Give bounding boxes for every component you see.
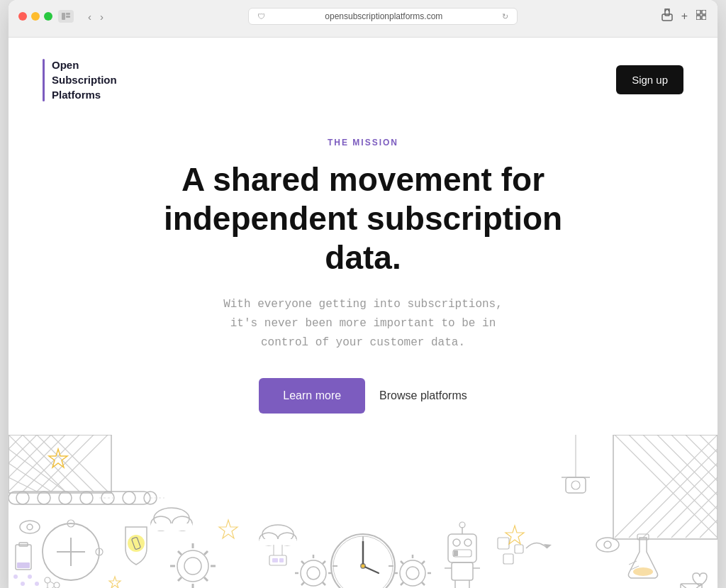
svg-rect-75 bbox=[151, 523, 192, 531]
signup-button[interactable]: Sign up bbox=[616, 65, 683, 94]
close-button[interactable] bbox=[18, 12, 27, 21]
svg-rect-0 bbox=[62, 13, 65, 20]
svg-rect-121 bbox=[259, 539, 296, 545]
fullscreen-button[interactable] bbox=[44, 12, 52, 21]
share-button[interactable] bbox=[660, 7, 674, 26]
svg-point-46 bbox=[21, 582, 25, 586]
svg-rect-6 bbox=[702, 10, 706, 14]
logo-bar-decoration bbox=[43, 59, 45, 101]
forward-button[interactable]: › bbox=[97, 9, 106, 24]
svg-rect-7 bbox=[696, 16, 700, 20]
page-content: Open Subscription Platforms Sign up THE … bbox=[9, 38, 717, 588]
address-bar[interactable]: 🛡 opensubscriptionplatforms.com ↻ bbox=[248, 8, 518, 25]
browser-chrome: ‹ › 🛡 opensubscriptionplatforms.com ↻ + bbox=[9, 0, 717, 38]
svg-rect-8 bbox=[702, 16, 706, 20]
hero-subtitle: With everyone getting into subscriptions… bbox=[207, 295, 519, 353]
url-text: opensubscriptionplatforms.com bbox=[269, 11, 498, 21]
learn-more-button[interactable]: Learn more bbox=[259, 378, 365, 414]
minimize-button[interactable] bbox=[31, 12, 40, 21]
reload-icon: ↻ bbox=[502, 12, 508, 21]
site-header: Open Subscription Platforms Sign up bbox=[9, 38, 717, 116]
new-tab-button[interactable]: + bbox=[680, 9, 689, 24]
svg-rect-110 bbox=[454, 550, 458, 556]
browse-platforms-button[interactable]: Browse platforms bbox=[379, 389, 467, 402]
hero-cta: Learn more Browse platforms bbox=[37, 378, 689, 414]
browser-window: ‹ › 🛡 opensubscriptionplatforms.com ↻ + bbox=[9, 0, 717, 588]
site-logo: Open Subscription Platforms bbox=[43, 57, 117, 102]
mission-label: THE MISSION bbox=[37, 138, 689, 148]
security-icon: 🛡 bbox=[257, 12, 265, 21]
svg-rect-39 bbox=[17, 562, 30, 568]
svg-rect-126 bbox=[279, 558, 284, 562]
svg-point-48 bbox=[28, 575, 32, 579]
svg-point-49 bbox=[35, 582, 39, 586]
svg-point-85 bbox=[362, 565, 365, 568]
svg-rect-125 bbox=[272, 558, 278, 562]
svg-point-151 bbox=[633, 567, 653, 576]
back-button[interactable]: ‹ bbox=[85, 9, 94, 24]
grid-button[interactable] bbox=[695, 9, 708, 24]
svg-point-45 bbox=[13, 575, 18, 579]
illustration-area bbox=[9, 435, 717, 588]
logo-text: Open Subscription Platforms bbox=[52, 57, 117, 102]
svg-rect-2 bbox=[66, 16, 70, 18]
hero-title: A shared movement for independent subscr… bbox=[136, 160, 590, 278]
traffic-lights bbox=[18, 12, 52, 21]
hero-section: THE MISSION A shared movement for indepe… bbox=[9, 116, 717, 414]
svg-rect-5 bbox=[696, 10, 700, 14]
svg-rect-1 bbox=[66, 13, 70, 15]
sidebar-toggle-button[interactable] bbox=[58, 10, 74, 23]
